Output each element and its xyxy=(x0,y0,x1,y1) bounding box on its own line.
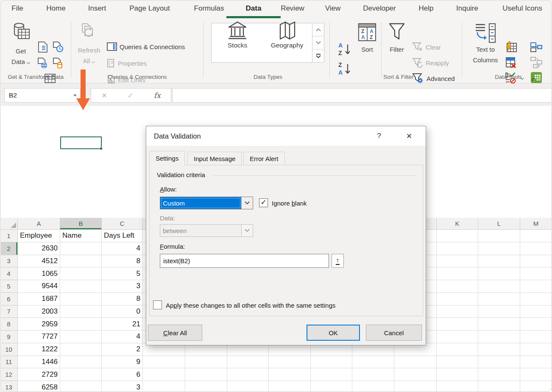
cell-A1[interactable]: Employee xyxy=(18,230,60,242)
cell-B6[interactable] xyxy=(60,293,102,306)
cell-K6[interactable] xyxy=(437,293,478,306)
cell-C8[interactable]: 21 xyxy=(102,318,143,331)
dialog-close-button[interactable]: ✕ xyxy=(401,130,418,142)
cell-C7[interactable]: 0 xyxy=(102,306,143,318)
ribbon-tab-inquire[interactable]: Inquire xyxy=(442,4,493,17)
ribbon-tab-page-layout[interactable]: Page Layout xyxy=(124,4,175,17)
cell-A4[interactable]: 1065 xyxy=(18,267,60,280)
name-box[interactable]: B2 xyxy=(4,88,81,103)
row-header-13[interactable]: 13 xyxy=(0,381,18,392)
cell-E11[interactable] xyxy=(185,356,227,369)
ribbon-tab-formulas[interactable]: Formulas xyxy=(184,4,234,17)
row-header-7[interactable]: 7 xyxy=(0,306,18,318)
cell-K9[interactable] xyxy=(437,331,478,343)
cell-K11[interactable] xyxy=(437,356,478,369)
consolidate-button[interactable] xyxy=(530,41,543,53)
cell-G11[interactable] xyxy=(269,356,311,369)
column-header-A[interactable]: A xyxy=(18,218,60,230)
cell-B12[interactable] xyxy=(60,368,102,381)
cell-L2[interactable] xyxy=(478,242,520,255)
reapply-filter-button[interactable]: Reapply xyxy=(412,58,449,68)
column-header-K[interactable]: K xyxy=(437,218,478,230)
cell-K3[interactable] xyxy=(437,255,478,268)
cell-B11[interactable] xyxy=(60,356,102,369)
cell-C13[interactable]: 3 xyxy=(102,381,143,392)
cell-G13[interactable] xyxy=(269,381,311,392)
cell-L8[interactable] xyxy=(478,318,520,331)
cell-A9[interactable]: 7727 xyxy=(18,331,60,343)
cell-H13[interactable] xyxy=(311,381,352,392)
apply-to-all-checkbox[interactable] xyxy=(153,300,162,309)
cell-C5[interactable]: 3 xyxy=(102,280,143,293)
cell-D11[interactable] xyxy=(143,356,185,369)
cell-G12[interactable] xyxy=(269,368,311,381)
cell-L7[interactable] xyxy=(478,306,520,318)
ribbon-tab-view[interactable]: View xyxy=(307,4,358,17)
cell-M2[interactable] xyxy=(520,242,552,255)
clear-all-button[interactable]: Clear All xyxy=(148,325,202,341)
refresh-all-button[interactable]: Refresh All xyxy=(75,22,103,66)
cell-C12[interactable]: 6 xyxy=(102,368,143,381)
cell-A2[interactable]: 2630 xyxy=(18,242,60,255)
row-header-5[interactable]: 5 xyxy=(0,280,18,293)
cell-K13[interactable] xyxy=(437,381,478,392)
ok-button[interactable]: OK xyxy=(307,325,360,341)
name-box-dropdown-arrow[interactable] xyxy=(73,95,77,97)
dialog-help-button[interactable]: ? xyxy=(372,130,386,142)
cell-L5[interactable] xyxy=(478,280,520,293)
row-header-4[interactable]: 4 xyxy=(0,267,18,280)
cell-M9[interactable] xyxy=(520,331,552,343)
cell-L10[interactable] xyxy=(478,343,520,356)
row-header-10[interactable]: 10 xyxy=(0,343,18,356)
sort-z-to-a-button[interactable]: ZA xyxy=(336,60,354,78)
text-to-columns-button[interactable]: Text to Columns xyxy=(470,22,501,65)
cell-M4[interactable] xyxy=(520,267,552,280)
cell-M12[interactable] xyxy=(520,368,552,381)
cell-M5[interactable] xyxy=(520,280,552,293)
cell-K12[interactable] xyxy=(437,368,478,381)
cell-B5[interactable] xyxy=(60,280,102,293)
cell-K4[interactable] xyxy=(437,267,478,280)
filter-button[interactable]: Filter xyxy=(385,22,409,55)
cell-M11[interactable] xyxy=(520,356,552,369)
cell-K8[interactable] xyxy=(437,318,478,331)
cell-M8[interactable] xyxy=(520,318,552,331)
row-header-2[interactable]: 2 xyxy=(0,242,18,255)
cell-C2[interactable]: 4 xyxy=(102,242,143,255)
cell-K7[interactable] xyxy=(437,306,478,318)
column-header-L[interactable]: L xyxy=(478,218,520,230)
cell-I12[interactable] xyxy=(352,368,394,381)
flash-fill-button[interactable] xyxy=(505,41,517,53)
relationships-button[interactable] xyxy=(530,56,543,69)
cell-B2[interactable] xyxy=(60,242,102,255)
get-data-button[interactable]: Get Data xyxy=(7,22,35,67)
cell-K10[interactable] xyxy=(437,343,478,356)
select-all-corner[interactable] xyxy=(0,218,18,230)
cell-A3[interactable]: 4512 xyxy=(18,255,60,268)
remove-duplicates-button[interactable] xyxy=(505,56,517,69)
cell-B4[interactable] xyxy=(60,267,102,280)
cell-A8[interactable]: 2959 xyxy=(18,318,60,331)
cell-A13[interactable]: 6258 xyxy=(18,381,60,392)
row-header-6[interactable]: 6 xyxy=(0,293,18,306)
cell-L11[interactable] xyxy=(478,356,520,369)
gallery-scroll-up-button[interactable] xyxy=(312,23,324,36)
cell-D13[interactable] xyxy=(143,381,185,392)
cell-C3[interactable]: 8 xyxy=(102,255,143,268)
cell-L3[interactable] xyxy=(478,255,520,268)
allow-dropdown[interactable]: Custom xyxy=(160,197,253,209)
cancel-entry-icon[interactable]: ✕ xyxy=(101,92,107,100)
cell-B9[interactable] xyxy=(60,331,102,343)
formula-input[interactable] xyxy=(172,88,552,103)
properties-button[interactable]: Properties xyxy=(107,59,147,67)
cell-B7[interactable] xyxy=(60,306,102,318)
cell-B13[interactable] xyxy=(60,381,102,392)
cell-D12[interactable] xyxy=(143,368,185,381)
row-header-3[interactable]: 3 xyxy=(0,255,18,268)
cell-L6[interactable] xyxy=(478,293,520,306)
tab-error-alert[interactable]: Error Alert xyxy=(243,152,285,165)
stocks-data-type[interactable]: Stocks xyxy=(214,21,261,56)
cell-A7[interactable]: 2003 xyxy=(18,306,60,318)
from-text-csv-button[interactable] xyxy=(36,41,49,53)
geography-data-type[interactable]: Geography xyxy=(264,21,310,56)
